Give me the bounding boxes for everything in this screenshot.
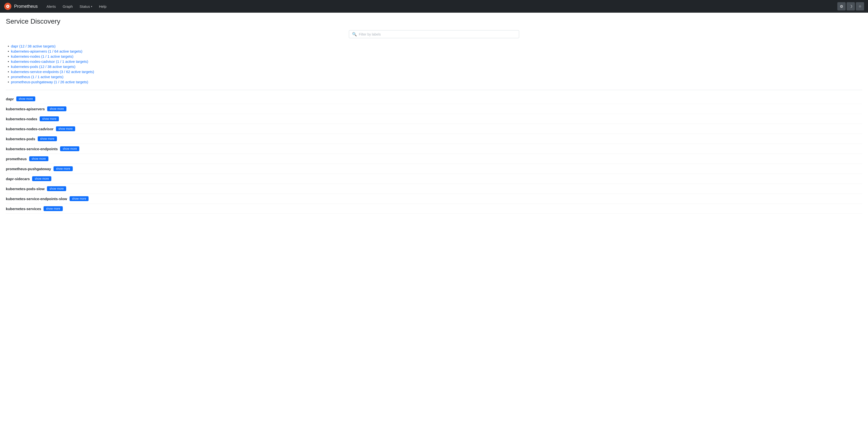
service-section: kubernetes-apiserversshow more [6,104,862,114]
service-section: kubernetes-nodes-cadvisorshow more [6,124,862,134]
service-name: prometheus-pushgateway [6,167,51,171]
svg-point-2 [7,6,8,7]
service-section: kubernetes-nodesshow more [6,114,862,124]
discovery-link-item: prometheus-pushgateway (1 / 26 active ta… [8,80,862,84]
show-more-button[interactable]: show more [54,166,73,171]
show-more-button[interactable]: show more [29,156,49,161]
search-icon: 🔍 [352,32,357,36]
discovery-link-item: kubernetes-service-endpoints (3 / 62 act… [8,69,862,74]
discovery-link-0[interactable]: dapr (12 / 38 active targets) [11,44,56,48]
show-more-button[interactable]: show more [60,146,79,151]
service-section: kubernetes-servicesshow more [6,204,862,214]
service-section: daprshow more [6,94,862,104]
service-name: kubernetes-apiservers [6,107,45,111]
search-input[interactable] [359,32,516,36]
service-name: kubernetes-pods [6,137,35,141]
discovery-link-item: kubernetes-pods (12 / 38 active targets) [8,64,862,69]
nav-graph[interactable]: Graph [60,2,76,10]
discovery-link-7[interactable]: prometheus-pushgateway (1 / 26 active ta… [11,80,88,84]
service-section: kubernetes-podsshow more [6,134,862,144]
nav-status-label: Status [80,4,90,8]
discovery-link-1[interactable]: kubernetes-apiservers (1 / 64 active tar… [11,49,82,53]
service-name: kubernetes-services [6,207,41,211]
service-section: kubernetes-service-endpoints-slowshow mo… [6,194,862,204]
discovery-link-item: kubernetes-nodes (1 / 1 active targets) [8,54,862,58]
service-section: prometheus-pushgatewayshow more [6,164,862,174]
discovery-link-6[interactable]: prometheus (1 / 1 active targets) [11,75,63,79]
show-more-button[interactable]: show more [32,176,51,181]
service-name: kubernetes-service-endpoints-slow [6,197,67,201]
service-section: kubernetes-pods-slowshow more [6,184,862,194]
section-divider [6,90,862,90]
service-name: kubernetes-nodes [6,117,37,121]
page-title: Service Discovery [6,18,862,25]
discovery-link-2[interactable]: kubernetes-nodes (1 / 1 active targets) [11,54,73,58]
brand-logo[interactable]: Prometheus [4,2,38,10]
show-more-button[interactable]: show more [47,186,66,191]
discovery-link-item: kubernetes-apiservers (1 / 64 active tar… [8,49,862,53]
show-more-button[interactable]: show more [47,106,66,111]
service-name: prometheus [6,157,27,161]
chevron-down-icon: ▾ [91,5,92,8]
discovery-link-item: kubernetes-nodes-cadvisor (1 / 1 active … [8,59,862,63]
discovery-link-item: prometheus (1 / 1 active targets) [8,75,862,79]
settings-button[interactable]: ⚙ [837,2,846,10]
service-section: dapr-sidecarsshow more [6,174,862,184]
discovery-link-item: dapr (12 / 38 active targets) [8,44,862,48]
service-section: kubernetes-service-endpointsshow more [6,144,862,154]
search-box: 🔍 [349,30,519,38]
service-name: kubernetes-service-endpoints [6,147,58,151]
discovery-links-list: dapr (12 / 38 active targets)kubernetes-… [6,44,862,84]
show-more-button[interactable]: show more [43,206,63,211]
search-container: 🔍 [6,30,862,38]
service-name: dapr [6,97,14,101]
show-more-button[interactable]: show more [40,116,59,121]
service-section: prometheusshow more [6,154,862,164]
show-more-button[interactable]: show more [56,126,75,131]
main-content: Service Discovery 🔍 dapr (12 / 38 active… [0,13,868,219]
discovery-link-5[interactable]: kubernetes-service-endpoints (3 / 62 act… [11,69,94,74]
service-name: dapr-sidecars [6,177,30,181]
show-more-button[interactable]: show more [16,96,35,101]
dark-mode-button[interactable]: ☽ [846,2,855,10]
discovery-link-4[interactable]: kubernetes-pods (12 / 38 active targets) [11,64,75,69]
navbar: Prometheus Alerts Graph Status ▾ Help ⚙ … [0,0,868,13]
service-name: kubernetes-pods-slow [6,187,44,191]
light-mode-button[interactable]: ○ [856,2,864,10]
service-name: kubernetes-nodes-cadvisor [6,127,54,131]
nav-alerts[interactable]: Alerts [43,2,59,10]
show-more-button[interactable]: show more [69,196,89,201]
prometheus-logo-icon [4,2,12,10]
nav-status[interactable]: Status ▾ [76,2,95,10]
discovery-link-3[interactable]: kubernetes-nodes-cadvisor (1 / 1 active … [11,59,88,63]
brand-name: Prometheus [14,4,38,9]
show-more-button[interactable]: show more [38,136,57,141]
services-list: daprshow morekubernetes-apiserversshow m… [6,94,862,214]
navbar-right: ⚙ ☽ ○ [837,2,864,10]
nav-links: Alerts Graph Status ▾ Help [43,2,835,10]
nav-help[interactable]: Help [96,2,110,10]
